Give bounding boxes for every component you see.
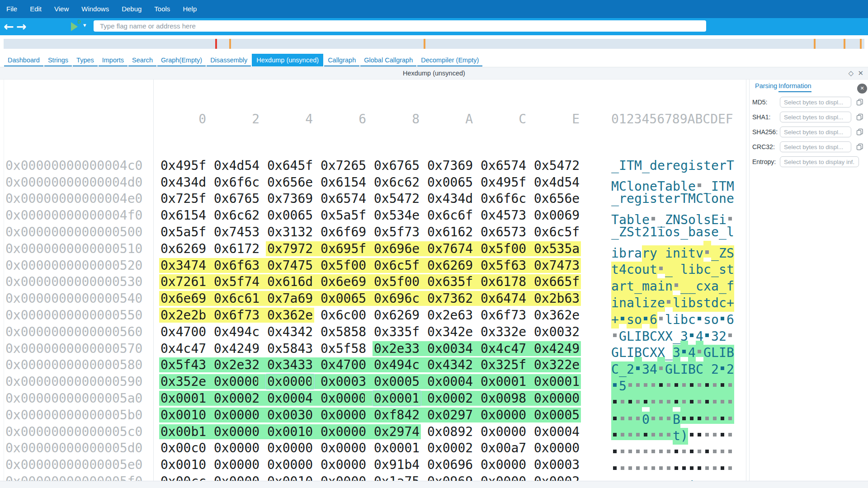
null-byte-dot[interactable] (665, 291, 673, 307)
tab-graph-empty[interactable]: Graph(Empty) (157, 54, 206, 66)
null-byte-dot[interactable] (634, 374, 642, 390)
ascii-char[interactable]: z (650, 295, 657, 312)
tab-types[interactable]: Types (73, 54, 98, 66)
hex-row[interactable]: 0x4c47 0x4249 0x5843 0x5f58 0x2e33 0x003… (160, 341, 580, 357)
ascii-char[interactable]: a (611, 278, 619, 295)
hex-row[interactable]: 0x0010 0x0000 0x0000 0x0000 0x91b4 0x069… (160, 457, 580, 474)
ascii-char[interactable]: s (673, 224, 680, 241)
hex-row[interactable]: 0x0001 0x0002 0x0004 0x0000 0x0001 0x000… (160, 390, 580, 407)
hex-word[interactable]: 0x5f43 0x2e32 0x3433 0x4700 0x494c 0x434… (159, 357, 581, 372)
nonprintable-byte-dot[interactable] (680, 457, 688, 474)
ascii-char[interactable]: t (650, 262, 657, 278)
ascii-row[interactable] (611, 440, 734, 457)
hex-row[interactable]: 0x6269 0x6172 0x7972 0x695f 0x696e 0x767… (160, 241, 580, 258)
ascii-char[interactable]: a (627, 295, 634, 312)
ascii-char[interactable]: L (627, 328, 634, 345)
hex-word[interactable]: 0x2e33 0x0034 0x4c47 0x4249 (373, 341, 581, 356)
null-byte-dot[interactable] (726, 474, 734, 481)
nonprintable-byte-dot[interactable] (719, 374, 726, 390)
nonprintable-byte-dot[interactable] (688, 440, 696, 457)
ascii-char[interactable]: I (634, 328, 642, 345)
tab-global-callgraph[interactable]: Global Callgraph (360, 54, 416, 66)
hex-row[interactable]: 0x3474 0x6f63 0x7475 0x5f00 0x6c5f 0x626… (160, 258, 580, 274)
null-byte-dot[interactable] (703, 457, 711, 474)
ascii-char[interactable]: i (642, 191, 650, 207)
null-byte-dot[interactable] (657, 390, 665, 407)
ascii-row[interactable]: ui (611, 474, 734, 481)
period-dot[interactable] (688, 324, 696, 341)
ascii-char[interactable]: t (688, 245, 696, 262)
nonprintable-byte-dot[interactable] (703, 440, 711, 457)
nonprintable-byte-dot[interactable] (611, 424, 619, 441)
ascii-char[interactable]: _ (642, 158, 650, 174)
ascii-char[interactable]: d (650, 158, 657, 174)
panel-close-button[interactable]: ✕ (857, 84, 867, 94)
ascii-char[interactable]: C (642, 345, 650, 361)
null-byte-dot[interactable] (696, 341, 703, 357)
ascii-char[interactable]: l (680, 262, 688, 278)
copy-icon[interactable] (856, 128, 863, 136)
ascii-char[interactable]: _ (619, 361, 627, 378)
hex-word[interactable]: 0x352e 0x0000 (159, 374, 261, 389)
tab-disassembly[interactable]: Disassembly (207, 54, 251, 66)
ascii-char[interactable]: e (711, 224, 719, 241)
null-byte-dot[interactable] (650, 407, 657, 424)
ascii-char[interactable]: a (650, 278, 657, 295)
debug-play-icon[interactable] (71, 22, 78, 31)
ascii-char[interactable]: i (688, 262, 696, 278)
ascii-char[interactable]: l (673, 295, 680, 312)
nonprintable-byte-dot[interactable] (642, 424, 650, 441)
hex-column[interactable]: 0 2 4 6 8 A C E 0x495f 0x4d54 0x645f 0x7… (160, 81, 580, 481)
hex-word[interactable]: 0x434d 0x6f6c 0x656e 0x6154 0x6c62 0x006… (160, 175, 580, 190)
ascii-row[interactable]: _ITM_deregisterT (611, 158, 734, 174)
ascii-char[interactable]: s (650, 191, 657, 207)
null-byte-dot[interactable] (726, 374, 734, 390)
null-byte-dot[interactable] (634, 440, 642, 457)
hex-word[interactable]: 0x6e69 0x6c61 0x7a69 0x0065 0x696c 0x736… (159, 291, 581, 306)
menu-tools[interactable]: Tools (148, 0, 176, 18)
nonprintable-byte-dot[interactable] (688, 390, 696, 407)
nonprintable-byte-dot[interactable] (611, 407, 619, 424)
period-dot[interactable] (719, 307, 726, 324)
hex-row[interactable]: 0x5f43 0x2e32 0x3433 0x4700 0x494c 0x434… (160, 357, 580, 374)
ascii-char[interactable]: G (703, 345, 711, 361)
ascii-char[interactable]: i (673, 312, 680, 328)
panel-tab-parsing[interactable]: Parsing (755, 82, 777, 91)
tab-search[interactable]: Search (128, 54, 156, 66)
ascii-char[interactable]: _ (665, 262, 673, 278)
nonprintable-byte-dot[interactable] (688, 424, 696, 441)
ascii-char[interactable]: X (657, 328, 665, 345)
ascii-char[interactable]: S (726, 245, 734, 262)
ascii-char[interactable]: 4 (619, 262, 627, 278)
ascii-char[interactable]: r (619, 278, 627, 295)
nonprintable-byte-dot[interactable] (680, 407, 688, 424)
null-byte-dot[interactable] (665, 474, 673, 481)
null-byte-dot[interactable] (657, 440, 665, 457)
ascii-row[interactable] (611, 457, 734, 474)
ascii-char[interactable]: i (680, 295, 688, 312)
null-byte-dot[interactable] (642, 374, 650, 390)
hex-row[interactable]: 0x352e 0x0000 0x0000 0x0003 0x0005 0x000… (160, 374, 580, 390)
ascii-char[interactable]: f (726, 278, 734, 295)
null-byte-dot[interactable] (650, 424, 657, 441)
null-byte-dot[interactable] (650, 474, 657, 481)
field-input-sha256[interactable] (780, 127, 851, 137)
ascii-char[interactable]: e (711, 158, 719, 174)
hex-word[interactable]: 0x725f 0x6765 0x7369 0x6574 0x5472 0x434… (160, 191, 580, 206)
hex-word[interactable]: 0x6c00 0x6269 0x2e63 0x6f73 0x362e (321, 308, 580, 323)
null-byte-dot[interactable] (665, 390, 673, 407)
close-icon[interactable]: ✕ (858, 67, 863, 80)
ascii-char[interactable]: i (657, 278, 665, 295)
null-byte-dot[interactable] (657, 258, 665, 274)
ascii-char[interactable]: y (650, 245, 657, 262)
period-dot[interactable] (634, 357, 642, 374)
ascii-char[interactable]: + (726, 295, 734, 312)
null-byte-dot[interactable] (650, 207, 657, 224)
ascii-char[interactable]: t (657, 191, 665, 207)
null-byte-dot[interactable] (726, 324, 734, 341)
ascii-char[interactable]: c (696, 278, 703, 295)
nonprintable-byte-dot[interactable] (696, 407, 703, 424)
ascii-char[interactable]: i (611, 295, 619, 312)
menu-help[interactable]: Help (176, 0, 203, 18)
nonprintable-byte-dot[interactable] (719, 474, 726, 481)
